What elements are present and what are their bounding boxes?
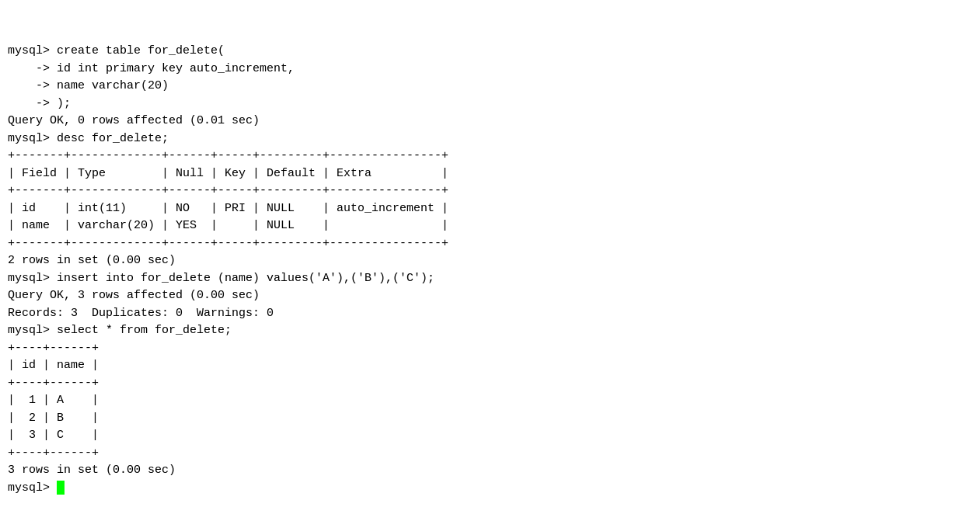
terminal-line: | id | name |	[8, 357, 972, 375]
terminal-line: | id | int(11) | NO | PRI | NULL | auto_…	[8, 200, 972, 218]
terminal-line: mysql> create table for_delete(	[8, 43, 972, 61]
terminal-line: Query OK, 3 rows affected (0.00 sec)	[8, 287, 972, 305]
terminal-line: mysql> desc for_delete;	[8, 130, 972, 148]
terminal-line: +----+------+	[8, 445, 972, 463]
terminal-line: +-------+-------------+------+-----+----…	[8, 182, 972, 200]
terminal-line: -> id int primary key auto_increment,	[8, 61, 972, 78]
terminal-line: Query OK, 0 rows affected (0.01 sec)	[8, 113, 972, 130]
terminal-line: -> );	[8, 96, 972, 113]
terminal-line: 3 rows in set (0.00 sec)	[8, 462, 972, 480]
terminal-line: | 3 | C |	[8, 427, 972, 445]
terminal-line: +-------+-------------+------+-----+----…	[8, 235, 972, 253]
terminal-line: | Field | Type | Null | Key | Default | …	[8, 165, 972, 183]
terminal-content: mysql> create table for_delete( -> id in…	[8, 43, 972, 497]
terminal-line: mysql> select * from for_delete;	[8, 322, 972, 340]
terminal-line: 2 rows in set (0.00 sec)	[8, 252, 972, 270]
terminal-line: | 1 | A |	[8, 392, 972, 410]
terminal-line: mysql> insert into for_delete (name) val…	[8, 270, 972, 288]
terminal-line: +-------+-------------+------+-----+----…	[8, 148, 972, 165]
terminal-line: | name | varchar(20) | YES | | NULL | |	[8, 217, 972, 235]
terminal-window[interactable]: mysql> create table for_delete( -> id in…	[0, 0, 980, 521]
terminal-line: Records: 3 Duplicates: 0 Warnings: 0	[8, 305, 972, 323]
terminal-line: +----+------+	[8, 340, 972, 358]
terminal-line: mysql>	[8, 480, 972, 498]
terminal-cursor	[57, 481, 65, 495]
terminal-line: +----+------+	[8, 375, 972, 393]
terminal-line: | 2 | B |	[8, 410, 972, 428]
terminal-line: -> name varchar(20)	[8, 78, 972, 96]
